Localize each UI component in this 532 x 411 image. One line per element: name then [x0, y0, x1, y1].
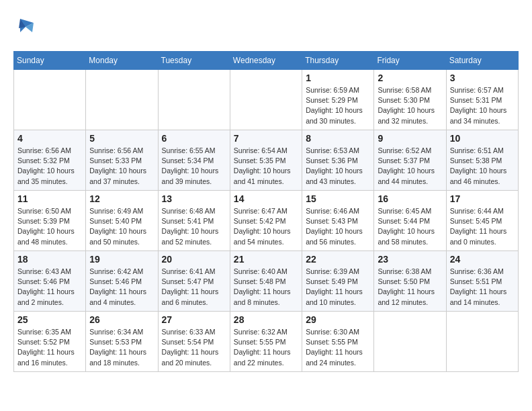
- day-info: Sunrise: 6:52 AM Sunset: 5:37 PM Dayligh…: [378, 146, 442, 187]
- calendar-cell: 27Sunrise: 6:33 AM Sunset: 5:54 PM Dayli…: [158, 312, 230, 372]
- calendar-cell: 15Sunrise: 6:46 AM Sunset: 5:43 PM Dayli…: [302, 191, 374, 251]
- calendar-cell: [230, 70, 302, 130]
- day-number: 1: [306, 73, 370, 83]
- calendar-cell: 10Sunrise: 6:51 AM Sunset: 5:38 PM Dayli…: [446, 130, 518, 191]
- calendar-cell: 14Sunrise: 6:47 AM Sunset: 5:42 PM Dayli…: [230, 191, 302, 251]
- day-info: Sunrise: 6:58 AM Sunset: 5:30 PM Dayligh…: [378, 85, 442, 126]
- day-info: Sunrise: 6:54 AM Sunset: 5:35 PM Dayligh…: [234, 146, 298, 187]
- day-number: 5: [89, 133, 154, 144]
- day-info: Sunrise: 6:42 AM Sunset: 5:46 PM Dayligh…: [89, 267, 154, 308]
- day-info: Sunrise: 6:51 AM Sunset: 5:38 PM Dayligh…: [450, 146, 515, 187]
- calendar-cell: 19Sunrise: 6:42 AM Sunset: 5:46 PM Dayli…: [86, 251, 158, 312]
- day-number: 11: [17, 193, 82, 204]
- day-number: 6: [162, 133, 226, 144]
- day-number: 16: [378, 193, 442, 204]
- day-info: Sunrise: 6:41 AM Sunset: 5:47 PM Dayligh…: [162, 267, 226, 308]
- day-number: 28: [234, 314, 298, 325]
- day-info: Sunrise: 6:32 AM Sunset: 5:55 PM Dayligh…: [234, 327, 298, 368]
- calendar-cell: [14, 70, 86, 130]
- day-number: 17: [450, 193, 515, 204]
- day-header-sunday: Sunday: [14, 52, 86, 70]
- calendar-cell: 22Sunrise: 6:39 AM Sunset: 5:49 PM Dayli…: [302, 251, 374, 312]
- calendar-cell: 24Sunrise: 6:36 AM Sunset: 5:51 PM Dayli…: [446, 251, 518, 312]
- calendar-cell: 25Sunrise: 6:35 AM Sunset: 5:52 PM Dayli…: [14, 312, 86, 372]
- calendar-cell: [86, 70, 158, 130]
- calendar-cell: 4Sunrise: 6:56 AM Sunset: 5:32 PM Daylig…: [14, 130, 86, 191]
- day-number: 13: [162, 193, 226, 204]
- calendar-cell: 8Sunrise: 6:53 AM Sunset: 5:36 PM Daylig…: [302, 130, 374, 191]
- calendar-cell: 7Sunrise: 6:54 AM Sunset: 5:35 PM Daylig…: [230, 130, 302, 191]
- calendar-cell: 12Sunrise: 6:49 AM Sunset: 5:40 PM Dayli…: [86, 191, 158, 251]
- calendar-cell: 13Sunrise: 6:48 AM Sunset: 5:41 PM Dayli…: [158, 191, 230, 251]
- day-number: 15: [306, 193, 370, 204]
- day-info: Sunrise: 6:33 AM Sunset: 5:54 PM Dayligh…: [162, 327, 226, 368]
- day-number: 7: [234, 133, 298, 144]
- day-info: Sunrise: 6:56 AM Sunset: 5:32 PM Dayligh…: [17, 146, 82, 187]
- day-number: 22: [306, 254, 370, 265]
- calendar-cell: 9Sunrise: 6:52 AM Sunset: 5:37 PM Daylig…: [374, 130, 446, 191]
- day-number: 2: [378, 73, 442, 83]
- day-info: Sunrise: 6:35 AM Sunset: 5:52 PM Dayligh…: [17, 327, 82, 368]
- page-header: [13, 13, 519, 40]
- day-number: 25: [17, 314, 82, 325]
- calendar-cell: 1Sunrise: 6:59 AM Sunset: 5:29 PM Daylig…: [302, 70, 374, 130]
- calendar-cell: 20Sunrise: 6:41 AM Sunset: 5:47 PM Dayli…: [158, 251, 230, 312]
- day-info: Sunrise: 6:43 AM Sunset: 5:46 PM Dayligh…: [17, 267, 82, 308]
- calendar-week-1: 1Sunrise: 6:59 AM Sunset: 5:29 PM Daylig…: [14, 70, 519, 130]
- day-header-friday: Friday: [374, 52, 446, 70]
- calendar-cell: [158, 70, 230, 130]
- day-info: Sunrise: 6:55 AM Sunset: 5:34 PM Dayligh…: [162, 146, 226, 187]
- day-info: Sunrise: 6:46 AM Sunset: 5:43 PM Dayligh…: [306, 206, 370, 247]
- day-number: 29: [306, 314, 370, 325]
- day-number: 3: [450, 73, 515, 83]
- calendar-week-5: 25Sunrise: 6:35 AM Sunset: 5:52 PM Dayli…: [14, 312, 519, 372]
- calendar-cell: 6Sunrise: 6:55 AM Sunset: 5:34 PM Daylig…: [158, 130, 230, 191]
- day-number: 12: [89, 193, 154, 204]
- day-number: 27: [162, 314, 226, 325]
- day-info: Sunrise: 6:48 AM Sunset: 5:41 PM Dayligh…: [162, 206, 226, 247]
- day-info: Sunrise: 6:57 AM Sunset: 5:31 PM Dayligh…: [450, 85, 515, 126]
- calendar-week-2: 4Sunrise: 6:56 AM Sunset: 5:32 PM Daylig…: [14, 130, 519, 191]
- day-number: 26: [89, 314, 154, 325]
- calendar-cell: 26Sunrise: 6:34 AM Sunset: 5:53 PM Dayli…: [86, 312, 158, 372]
- day-number: 4: [17, 133, 82, 144]
- day-number: 14: [234, 193, 298, 204]
- calendar-cell: 28Sunrise: 6:32 AM Sunset: 5:55 PM Dayli…: [230, 312, 302, 372]
- day-info: Sunrise: 6:47 AM Sunset: 5:42 PM Dayligh…: [234, 206, 298, 247]
- day-info: Sunrise: 6:30 AM Sunset: 5:55 PM Dayligh…: [306, 327, 370, 368]
- logo: [13, 13, 40, 40]
- calendar-cell: 3Sunrise: 6:57 AM Sunset: 5:31 PM Daylig…: [446, 70, 518, 130]
- calendar-header: SundayMondayTuesdayWednesdayThursdayFrid…: [14, 52, 519, 70]
- day-header-thursday: Thursday: [302, 52, 374, 70]
- day-number: 9: [378, 133, 442, 144]
- day-number: 19: [89, 254, 154, 265]
- calendar-cell: 5Sunrise: 6:56 AM Sunset: 5:33 PM Daylig…: [86, 130, 158, 191]
- day-info: Sunrise: 6:49 AM Sunset: 5:40 PM Dayligh…: [89, 206, 154, 247]
- calendar-week-3: 11Sunrise: 6:50 AM Sunset: 5:39 PM Dayli…: [14, 191, 519, 251]
- day-header-monday: Monday: [86, 52, 158, 70]
- day-number: 20: [162, 254, 226, 265]
- day-info: Sunrise: 6:59 AM Sunset: 5:29 PM Dayligh…: [306, 85, 370, 126]
- day-info: Sunrise: 6:39 AM Sunset: 5:49 PM Dayligh…: [306, 267, 370, 308]
- day-header-saturday: Saturday: [446, 52, 518, 70]
- logo-icon: [13, 13, 38, 40]
- day-info: Sunrise: 6:50 AM Sunset: 5:39 PM Dayligh…: [17, 206, 82, 247]
- calendar-week-4: 18Sunrise: 6:43 AM Sunset: 5:46 PM Dayli…: [14, 251, 519, 312]
- day-info: Sunrise: 6:45 AM Sunset: 5:44 PM Dayligh…: [378, 206, 442, 247]
- day-number: 10: [450, 133, 515, 144]
- day-header-tuesday: Tuesday: [158, 52, 230, 70]
- calendar-cell: 11Sunrise: 6:50 AM Sunset: 5:39 PM Dayli…: [14, 191, 86, 251]
- day-number: 24: [450, 254, 515, 265]
- day-info: Sunrise: 6:36 AM Sunset: 5:51 PM Dayligh…: [450, 267, 515, 308]
- day-number: 8: [306, 133, 370, 144]
- day-number: 23: [378, 254, 442, 265]
- calendar-cell: [374, 312, 446, 372]
- day-info: Sunrise: 6:56 AM Sunset: 5:33 PM Dayligh…: [89, 146, 154, 187]
- day-number: 21: [234, 254, 298, 265]
- calendar: SundayMondayTuesdayWednesdayThursdayFrid…: [13, 51, 519, 372]
- day-info: Sunrise: 6:40 AM Sunset: 5:48 PM Dayligh…: [234, 267, 298, 308]
- calendar-cell: 2Sunrise: 6:58 AM Sunset: 5:30 PM Daylig…: [374, 70, 446, 130]
- calendar-cell: 21Sunrise: 6:40 AM Sunset: 5:48 PM Dayli…: [230, 251, 302, 312]
- day-info: Sunrise: 6:44 AM Sunset: 5:45 PM Dayligh…: [450, 206, 515, 247]
- day-number: 18: [17, 254, 82, 265]
